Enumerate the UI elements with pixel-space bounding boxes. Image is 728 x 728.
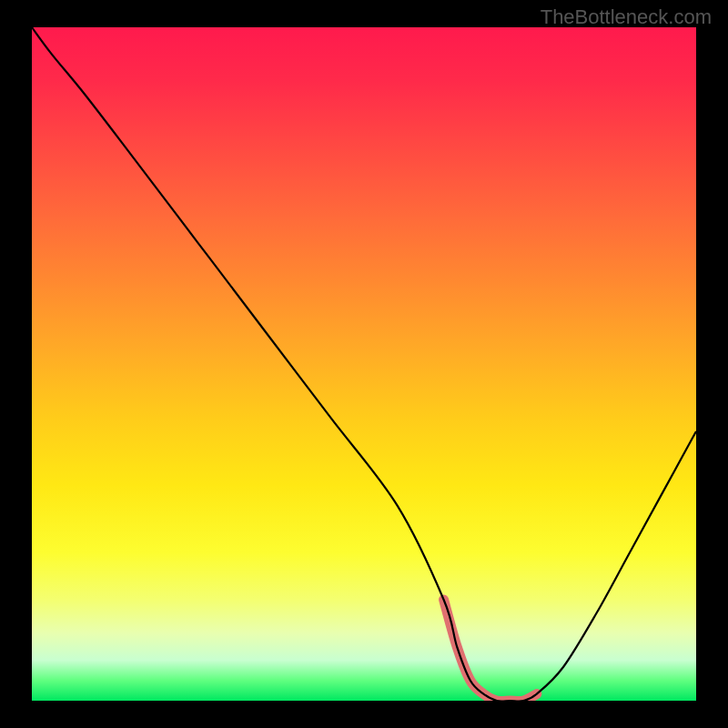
watermark-text: TheBottleneck.com bbox=[541, 5, 712, 29]
data-curve bbox=[32, 27, 696, 701]
chart-svg bbox=[32, 27, 696, 701]
chart-plot-area bbox=[32, 27, 696, 701]
